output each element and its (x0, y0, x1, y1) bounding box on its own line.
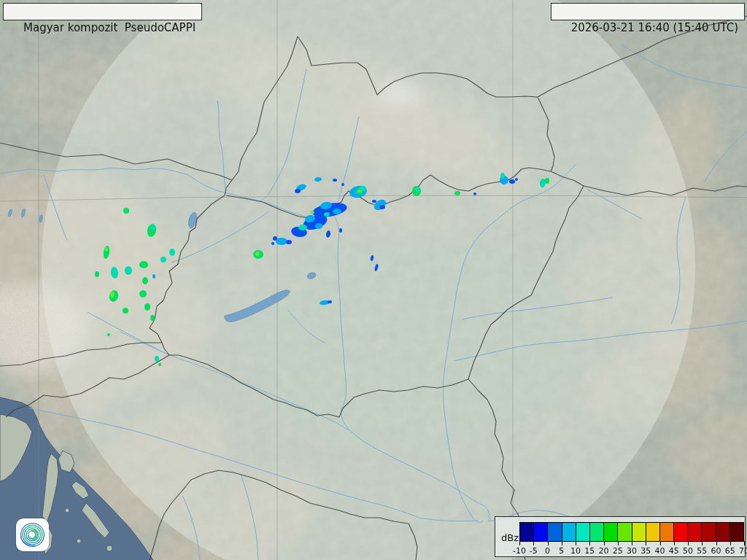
legend-tick-label: 65 (725, 546, 735, 556)
radar-echo (333, 209, 341, 214)
radar-echo (310, 211, 314, 214)
legend-tick-label: 70 (739, 546, 747, 556)
legend-tick (674, 541, 675, 545)
legend-tick-labels: -10-50510152025303540455055606570 (519, 546, 744, 556)
legend-tick-label: -5 (530, 546, 538, 556)
timestamp-box: 2026-03-21 16:40 (15:40 UTC) (551, 3, 745, 20)
radar-echo (271, 242, 274, 245)
radar-echo (139, 261, 148, 268)
radar-echo (379, 205, 385, 209)
radar-echo (298, 225, 307, 230)
legend-tick (604, 541, 605, 545)
legend-tick (744, 541, 745, 545)
legend-tick-label: 30 (627, 546, 637, 556)
radar-echo (286, 240, 292, 244)
weather-radar-map (0, 0, 747, 560)
radar-echo (357, 190, 362, 192)
legend-tick (702, 541, 703, 545)
legend-tick (618, 541, 619, 545)
legend-tick (730, 541, 731, 545)
radar-echo (515, 178, 518, 181)
radar-echo (415, 187, 419, 192)
legend-tick (533, 541, 534, 545)
legend-swatch (562, 523, 576, 541)
radar-echo (545, 178, 549, 184)
legend-swatch (673, 523, 687, 541)
legend-tick-marks (519, 541, 744, 545)
radar-echo (110, 292, 115, 298)
radar-echo (500, 173, 505, 179)
radar-map-screen: Magyar kompozit PseudoCAPPI 2026-03-21 1… (0, 0, 747, 560)
radar-echo (125, 266, 132, 275)
radar-echo (152, 274, 155, 279)
radar-echo (123, 308, 128, 314)
radar-echo (107, 333, 110, 336)
legend-swatch (701, 523, 715, 541)
radar-coverage-area (42, 0, 695, 560)
radar-echo (150, 315, 155, 321)
legend-swatch (659, 523, 673, 541)
legend-tick-label: 50 (683, 546, 693, 556)
legend-swatch (576, 523, 589, 541)
weather-service-logo (16, 518, 49, 551)
radar-echo (295, 189, 301, 193)
legend-swatch (729, 523, 743, 541)
radar-echo (158, 363, 161, 366)
radar-echo (473, 192, 476, 195)
legend-tick (562, 541, 562, 545)
legend-swatch (632, 523, 646, 541)
dbz-legend: dBz -10-50510152025303540455055606570 (495, 516, 746, 557)
radar-echo (144, 303, 150, 311)
radar-echo (169, 249, 175, 256)
timestamp-label: 2026-03-21 16:40 (15:40 UTC) (571, 21, 738, 34)
product-title-box: Magyar kompozit PseudoCAPPI (3, 3, 202, 20)
radar-echo (315, 223, 322, 229)
legend-swatch (547, 523, 561, 541)
radar-echo (324, 212, 330, 217)
radar-echo (155, 356, 159, 362)
legend-color-scale (519, 522, 744, 542)
legend-tick-label: 40 (655, 546, 665, 556)
legend-tick (660, 541, 661, 545)
legend-tick-label: 60 (711, 546, 721, 556)
radar-echo (123, 208, 129, 214)
legend-swatch (617, 523, 631, 541)
legend-unit-label: dBz (501, 532, 519, 543)
radar-echo (105, 247, 108, 252)
legend-swatch (520, 523, 533, 541)
legend-tick (589, 541, 590, 545)
legend-tick-label: 35 (640, 546, 651, 556)
radar-echo (328, 300, 332, 303)
radar-echo (160, 257, 166, 262)
legend-tick (646, 541, 646, 545)
radar-echo (341, 183, 344, 186)
radar-echo (255, 252, 260, 256)
radar-echo (273, 236, 277, 241)
product-title-label: Magyar kompozit PseudoCAPPI (23, 21, 196, 34)
legend-tick (688, 541, 689, 545)
cyclone-swirl-icon (16, 518, 49, 551)
legend-tick-label: 10 (570, 546, 581, 556)
legend-swatch (687, 523, 701, 541)
legend-tick-label: -10 (513, 546, 526, 556)
legend-tick-label: 20 (599, 546, 609, 556)
radar-echo (372, 200, 376, 203)
legend-tick (548, 541, 549, 545)
radar-echo (333, 179, 337, 182)
legend-tick-label: 0 (545, 546, 550, 556)
legend-swatch (533, 523, 547, 541)
legend-tick-label: 5 (559, 546, 564, 556)
legend-tick (632, 541, 632, 545)
radar-echo (509, 179, 515, 184)
legend-tick-label: 15 (584, 546, 595, 556)
radar-echo (139, 290, 147, 298)
legend-tick (519, 541, 520, 545)
legend-swatch (589, 523, 603, 541)
legend-swatch (603, 523, 617, 541)
radar-echo (151, 225, 155, 230)
radar-echo (142, 277, 148, 284)
radar-echo (276, 238, 287, 245)
radar-echo (95, 271, 99, 277)
legend-tick-label: 25 (613, 546, 623, 556)
legend-swatch (646, 523, 659, 541)
